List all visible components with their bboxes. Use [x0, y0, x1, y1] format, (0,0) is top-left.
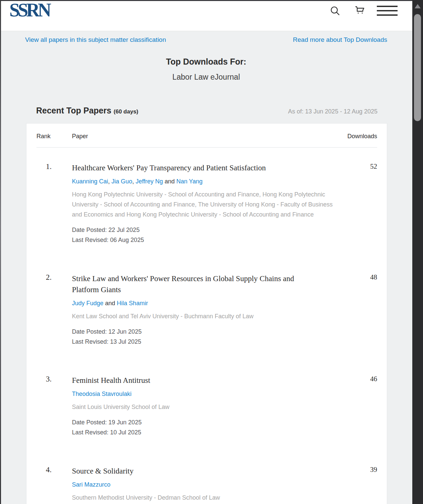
search-icon[interactable]: [328, 4, 342, 18]
column-header-downloads: Downloads: [340, 133, 377, 140]
window-top-edge: [0, 0, 423, 1]
author-link[interactable]: Hila Shamir: [117, 300, 148, 307]
scrollbar-up-arrow[interactable]: [415, 4, 421, 8]
ssrn-logo[interactable]: SSRN: [9, 0, 49, 20]
journal-name: Labor Law eJournal: [0, 73, 412, 82]
download-count: 39: [340, 466, 377, 504]
author-link[interactable]: Sari Mazzurco: [72, 481, 110, 488]
paper-title-link[interactable]: Feminist Health Antitrust: [72, 375, 303, 386]
paper-title-link[interactable]: Healthcare Workers' Pay Transparency and…: [72, 162, 303, 173]
section-heading-days: (60 days): [114, 108, 139, 115]
download-count: 46: [340, 375, 377, 437]
author-separator: ,: [132, 178, 136, 185]
paper-dates: Date Posted: 22 Jul 2025 Last Revised: 0…: [72, 225, 340, 245]
author-link[interactable]: Jia Guo: [111, 178, 132, 185]
author-separator: and: [163, 178, 176, 185]
menu-icon[interactable]: [377, 4, 398, 18]
author-link[interactable]: Theodosia Stavroulaki: [72, 391, 132, 397]
date-posted: Date Posted: 22 Jul 2025: [72, 225, 340, 235]
paper-affiliation: Saint Louis University School of Law: [72, 402, 333, 412]
section-heading-text: Recent Top Papers: [36, 106, 111, 115]
paper-title-link[interactable]: Strike Law and Workers' Power Resources …: [72, 273, 303, 295]
column-header-paper: Paper: [72, 133, 340, 140]
author-separator: and: [103, 300, 117, 307]
scrollbar-track[interactable]: [412, 0, 423, 504]
table-row: 1. Healthcare Workers' Pay Transparency …: [36, 148, 377, 258]
date-posted: Date Posted: 12 Jun 2025: [72, 327, 340, 337]
view-all-papers-link[interactable]: View all papers in this subject matter c…: [25, 36, 166, 44]
section-header-row: Recent Top Papers (60 days) As of: 13 Ju…: [26, 106, 387, 115]
header-icons: [328, 3, 398, 18]
top-papers-card: Rank Paper Downloads 1. Healthcare Worke…: [26, 123, 387, 504]
table-row: 3. Feminist Health Antitrust Theodosia S…: [36, 360, 377, 451]
date-posted: Date Posted: 19 Jun 2025: [72, 417, 340, 427]
paper-authors: Judy Fudge and Hila Shamir: [72, 300, 340, 307]
page-title: Top Downloads For:: [0, 57, 412, 67]
last-revised: Last Revised: 06 Aug 2025: [72, 235, 340, 245]
paper-dates: Date Posted: 12 Jun 2025 Last Revised: 1…: [72, 327, 340, 347]
cart-icon[interactable]: [352, 3, 367, 18]
site-header: SSRN: [0, 0, 412, 31]
section-heading: Recent Top Papers (60 days): [36, 106, 138, 115]
subnav: View all papers in this subject matter c…: [0, 31, 412, 44]
page-title-block: Top Downloads For: Labor Law eJournal: [0, 57, 412, 82]
download-count: 52: [340, 162, 377, 245]
window-left-edge: [0, 0, 1, 504]
paper-rank: 1.: [36, 162, 72, 245]
paper-title-link[interactable]: Source & Solidarity: [72, 466, 303, 477]
author-link[interactable]: Kuanning Cai: [72, 178, 108, 185]
scrollbar-thumb[interactable]: [414, 14, 421, 121]
last-revised: Last Revised: 10 Jul 2025: [72, 427, 340, 437]
paper-affiliation: Southern Methodist University - Dedman S…: [72, 493, 333, 503]
author-separator: ,: [108, 178, 111, 185]
paper-affiliation: Kent Law School and Tel Aviv University …: [72, 311, 333, 321]
paper-rank: 4.: [36, 466, 72, 504]
last-revised: Last Revised: 13 Jul 2025: [72, 337, 340, 347]
paper-authors: Sari Mazzurco: [72, 481, 340, 488]
author-link[interactable]: Nan Yang: [176, 178, 202, 185]
date-range-label: As of: 13 Jun 2025 - 12 Aug 2025: [288, 108, 377, 115]
paper-dates: Date Posted: 19 Jun 2025 Last Revised: 1…: [72, 417, 340, 437]
column-header-rank: Rank: [36, 133, 72, 140]
read-more-top-downloads-link[interactable]: Read more about Top Downloads: [293, 36, 387, 44]
author-link[interactable]: Jeffrey Ng: [136, 178, 163, 185]
paper-authors: Kuanning Cai, Jia Guo, Jeffrey Ng and Na…: [72, 178, 340, 185]
author-link[interactable]: Judy Fudge: [72, 300, 103, 307]
table-row: 4. Source & Solidarity Sari Mazzurco Sou…: [36, 451, 377, 504]
table-header-row: Rank Paper Downloads: [36, 123, 377, 148]
paper-rank: 3.: [36, 375, 72, 437]
paper-authors: Theodosia Stavroulaki: [72, 391, 340, 398]
download-count: 48: [340, 273, 377, 347]
paper-rank: 2.: [36, 273, 72, 347]
table-row: 2. Strike Law and Workers' Power Resourc…: [36, 258, 377, 360]
paper-affiliation: Hong Kong Polytechnic University - Schoo…: [72, 189, 333, 220]
